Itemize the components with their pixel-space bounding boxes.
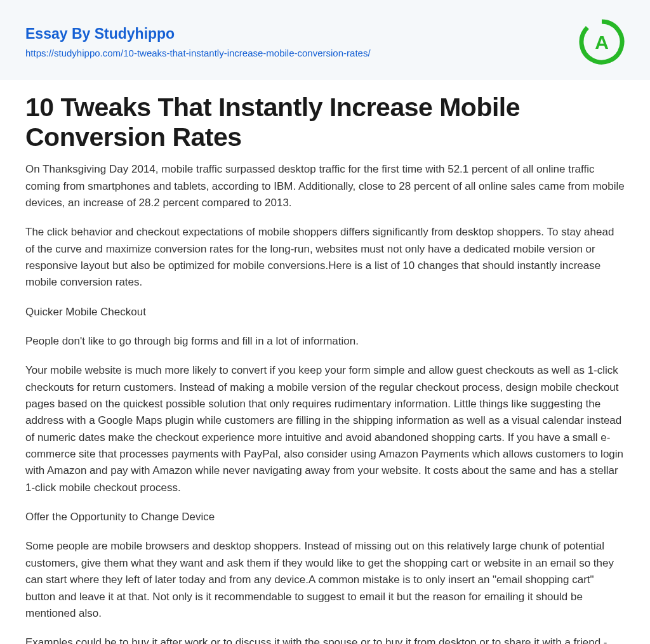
article-title: 10 Tweaks That Instantly Increase Mobile… [25, 93, 625, 152]
logo-letter: A [595, 32, 609, 53]
paragraph-checkout-2: Your mobile website is much more likely … [25, 362, 625, 496]
paragraph-checkout-1: People don't like to go through big form… [25, 333, 625, 350]
logo-icon: A [579, 19, 625, 65]
paragraph-intro-1: On Thanksgiving Day 2014, mobile traffic… [25, 161, 625, 211]
brand-logo: A [579, 19, 625, 65]
article-content: 10 Tweaks That Instantly Increase Mobile… [0, 80, 650, 644]
site-title: Essay By Studyhippo [25, 25, 371, 43]
section-heading-checkout: Quicker Mobile Checkout [25, 304, 625, 320]
paragraph-device-1: Some people are mobile browsers and desk… [25, 538, 625, 622]
page-header: Essay By Studyhippo https://studyhippo.c… [0, 0, 650, 80]
paragraph-device-2: Examples could be to buy it after work o… [25, 634, 625, 644]
source-url-link[interactable]: https://studyhippo.com/10-tweaks-that-in… [25, 48, 371, 58]
section-heading-device: Offer the Opportunity to Change Device [25, 509, 625, 525]
paragraph-intro-2: The click behavior and checkout expectat… [25, 224, 625, 291]
header-left: Essay By Studyhippo https://studyhippo.c… [25, 25, 371, 58]
